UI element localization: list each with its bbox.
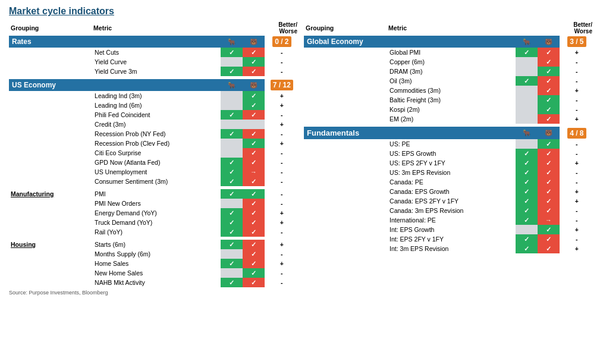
- metric-name: EM (2m): [387, 114, 515, 124]
- metric-name: Citi Eco Surprise: [92, 148, 220, 158]
- metric-name: Phili Fed Coincident: [92, 110, 220, 120]
- bull-cell: ✓: [221, 240, 243, 249]
- bw-value: -: [265, 249, 299, 259]
- table-row: Net Cuts ✓ ✓ -: [9, 48, 299, 57]
- bull-cell: ✓: [516, 168, 538, 177]
- bw-value: +: [560, 187, 594, 196]
- bear-cell: ✓: [243, 278, 265, 287]
- empty-cell: [221, 199, 243, 208]
- side-group-label: Housing: [9, 240, 92, 287]
- metric-name: Net Cuts: [92, 48, 220, 57]
- bull-cell: ✓: [516, 158, 538, 168]
- right-bw-header: Better/ Worse: [560, 20, 594, 36]
- bear-cell: ✓: [538, 48, 560, 57]
- table-row: Yield Curve ✓ -: [9, 57, 299, 67]
- metric-name: Oil (3m): [387, 76, 515, 86]
- bull-cell: ✓: [221, 208, 243, 218]
- metric-name: New Home Sales: [92, 268, 220, 278]
- metric-name: Leading Ind (3m): [92, 91, 220, 101]
- bull-cell: ✓: [516, 234, 538, 244]
- left-bw-header: Better/ Worse: [265, 20, 299, 36]
- bw-value: -: [265, 189, 299, 199]
- metric-name: Canada: EPS 2FY v 1FY: [387, 196, 515, 206]
- bw-value: +: [560, 86, 594, 95]
- metric-name: US: EPS 2FY v 1FY: [387, 158, 515, 168]
- group-label: Global Economy: [304, 36, 516, 48]
- bw-value: -: [265, 110, 299, 120]
- table-row: Baltic Freight (3m) ✓ -: [304, 95, 594, 105]
- empty-cell: [516, 225, 538, 234]
- bull-cell: ✓: [538, 67, 560, 76]
- metric-name: Truck Demand (YoY): [92, 218, 220, 227]
- bw-value: +: [560, 196, 594, 206]
- bw-value: -: [560, 57, 594, 67]
- bear-cell: ✓: [243, 218, 265, 227]
- bw-value: +: [265, 240, 299, 249]
- metric-name: Home Sales: [92, 259, 220, 268]
- metric-name: NAHB Mkt Activity: [92, 278, 220, 287]
- bear-cell: ✓: [538, 168, 560, 177]
- group-label: Rates: [9, 36, 221, 48]
- table-row: US: 3m EPS Revision ✓ ✓ -: [304, 168, 594, 177]
- empty-cell: [516, 86, 538, 95]
- bw-value: -: [560, 168, 594, 177]
- bw-value: +: [265, 208, 299, 218]
- table-row: EM (2m) ✓ +: [304, 114, 594, 124]
- metric-name: PMI: [92, 189, 220, 199]
- bear-cell: ✓: [243, 199, 265, 208]
- bull-cell: ✓: [243, 101, 265, 110]
- bull-cell: ✓: [221, 48, 243, 57]
- metric-name: Canada: EPS Growth: [387, 187, 515, 196]
- metric-name: Consumer Sentiment (3m): [92, 177, 220, 186]
- empty-cell: [221, 101, 243, 110]
- metric-name: GPD Now (Atlanta Fed): [92, 158, 220, 167]
- empty-cell: [221, 139, 243, 148]
- bull-cell: ✓: [221, 278, 243, 287]
- bear-cell: ✓: [243, 240, 265, 249]
- bw-value: -: [265, 57, 299, 67]
- table-row: International: PE ✓ → -: [304, 215, 594, 225]
- table-row: DRAM (3m) ✓ -: [304, 67, 594, 76]
- metric-name: Int: EPS Growth: [387, 225, 515, 234]
- group-label: Fundamentals: [304, 127, 516, 139]
- bear-cell: ✓: [243, 129, 265, 139]
- bear-cell: ✓: [243, 227, 265, 237]
- table-row: Kospi (2m) ✓ -: [304, 105, 594, 114]
- table-row: US: EPS Growth ✓ ✓ -: [304, 149, 594, 158]
- bull-icon: 🐂: [523, 38, 530, 45]
- empty-cell: [221, 120, 243, 129]
- bull-cell: ✓: [516, 149, 538, 158]
- group-row-fundamentals: Fundamentals 🐂 🐻 4 / 8: [304, 127, 594, 139]
- table-row: Oil (3m) ✓ ✓ -: [304, 76, 594, 86]
- table-row: Citi Eco Surprise ✓ -: [9, 148, 299, 158]
- left-grouping-header: Grouping: [9, 20, 92, 36]
- metric-name: Yield Curve 3m: [92, 67, 220, 76]
- bull-cell: ✓: [221, 158, 243, 167]
- table-row: GPD Now (Atlanta Fed) ✓ ✓ -: [9, 158, 299, 167]
- right-panel: Grouping Metric Better/ Worse Global Eco…: [304, 20, 594, 296]
- table-row: Yield Curve 3m ✓ ✓ -: [9, 67, 299, 76]
- metric-name: Baltic Freight (3m): [387, 95, 515, 105]
- bw-value: +: [560, 225, 594, 234]
- bear-icon: 🐻: [250, 38, 257, 45]
- bull-cell: ✓: [221, 259, 243, 268]
- bw-value: -: [265, 177, 299, 186]
- bear-cell: ✓: [243, 158, 265, 167]
- bull-cell: ✓: [243, 268, 265, 278]
- bw-value: +: [560, 114, 594, 124]
- bull-cell: ✓: [516, 215, 538, 225]
- bear-cell: ✓: [243, 259, 265, 268]
- empty-cell: [516, 114, 538, 124]
- bull-icon: 🐂: [228, 81, 235, 89]
- source-text: Source: Purpose Investments, Bloomberg: [9, 290, 299, 296]
- bull-cell: ✓: [221, 167, 243, 177]
- metric-name: Commodities (3m): [387, 86, 515, 95]
- metric-name: Recession Prob (Clev Fed): [92, 139, 220, 148]
- metric-name: Copper (6m): [387, 57, 515, 67]
- empty-cell: [221, 57, 243, 67]
- bw-value: +: [265, 120, 299, 129]
- bull-cell: ✓: [221, 227, 243, 237]
- side-group-label: Manufacturing: [9, 189, 92, 237]
- metric-name: US: PE: [387, 139, 515, 149]
- bw-value: +: [265, 101, 299, 110]
